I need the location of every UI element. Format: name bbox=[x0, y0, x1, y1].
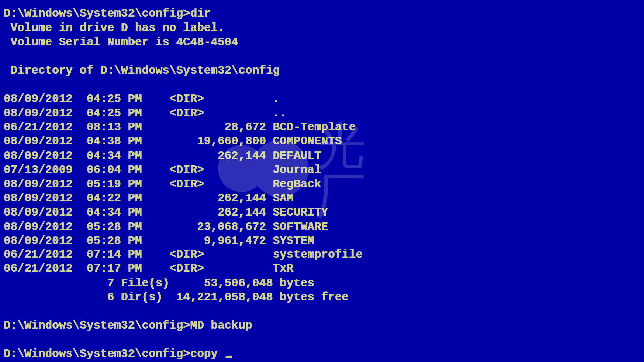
prompt-line-1: D:\Windows\System32\config>dir bbox=[4, 7, 211, 20]
dir-entry: 08/09/2012 05:28 PM 9,961,472 SYSTEM bbox=[4, 234, 314, 247]
dir-entry: 08/09/2012 04:25 PM <DIR> .. bbox=[4, 106, 287, 120]
dir-entry: 06/21/2012 08:13 PM 28,672 BCD-Template bbox=[4, 121, 356, 134]
summary-dirs: 6 Dir(s) 14,221,058,048 bytes free bbox=[4, 291, 349, 304]
prompt-line-3: D:\Windows\System32\config>copy bbox=[4, 348, 232, 361]
volume-label-line: Volume in drive D has no label. bbox=[4, 21, 224, 35]
cursor bbox=[225, 356, 232, 359]
dir-entry: 08/09/2012 04:34 PM 262,144 SECURITY bbox=[4, 206, 328, 219]
directory-of-line: Directory of D:\Windows\System32\config bbox=[4, 64, 280, 77]
prompt-line-2: D:\Windows\System32\config>MD backup bbox=[4, 319, 252, 333]
terminal-output[interactable]: D:\Windows\System32\config>dir Volume in… bbox=[0, 0, 644, 362]
dir-entry: 06/21/2012 07:14 PM <DIR> systemprofile bbox=[4, 248, 363, 261]
dir-entry: 07/13/2009 06:04 PM <DIR> Journal bbox=[4, 163, 321, 177]
summary-files: 7 File(s) 53,506,048 bytes bbox=[4, 277, 314, 290]
dir-entry: 08/09/2012 04:38 PM 19,660,800 COMPONENT… bbox=[4, 135, 342, 148]
dir-entry: 08/09/2012 05:19 PM <DIR> RegBack bbox=[4, 177, 321, 191]
dir-entry: 08/09/2012 04:25 PM <DIR> . bbox=[4, 92, 280, 106]
dir-entry: 08/09/2012 04:22 PM 262,144 SAM bbox=[4, 191, 293, 205]
dir-entry: 08/09/2012 05:28 PM 23,068,672 SOFTWARE bbox=[4, 220, 328, 233]
dir-entry: 06/21/2012 07:17 PM <DIR> TxR bbox=[4, 262, 293, 276]
volume-serial-line: Volume Serial Number is 4C48-4504 bbox=[4, 36, 238, 49]
dir-entry: 08/09/2012 04:34 PM 262,144 DEFAULT bbox=[4, 149, 321, 162]
